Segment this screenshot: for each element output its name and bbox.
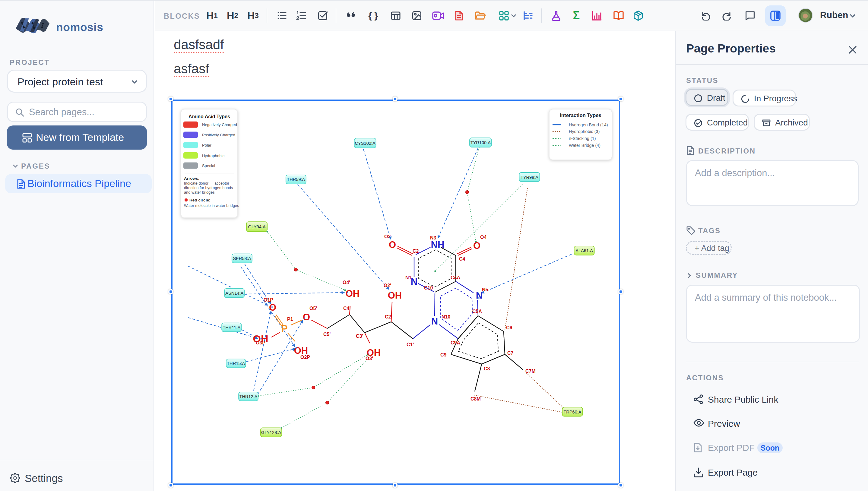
svg-text:O: O (303, 312, 310, 322)
svg-text:C3': C3' (356, 334, 363, 339)
svg-text:Hydrogen Bond (14): Hydrogen Bond (14) (569, 122, 608, 127)
svg-text:OH: OH (388, 290, 402, 301)
svg-text:Red circle:: Red circle: (190, 198, 210, 202)
svg-text:SER58:A: SER58:A (233, 256, 251, 261)
svg-text:C8: C8 (484, 366, 490, 371)
svg-text:THR15:A: THR15:A (227, 361, 245, 366)
svg-text:C4A: C4A (451, 275, 460, 280)
svg-text:C6: C6 (506, 325, 513, 330)
svg-text:C2: C2 (412, 249, 419, 254)
svg-text:Special: Special (202, 164, 215, 168)
svg-text:and water bridges: and water bridges (184, 190, 215, 195)
svg-text:Interaction Types: Interaction Types (560, 113, 601, 118)
svg-text:O1P: O1P (264, 297, 273, 302)
svg-text:C7: C7 (507, 350, 514, 355)
svg-text:C9A: C9A (451, 340, 460, 345)
svg-text:TYR98:A: TYR98:A (521, 175, 538, 180)
svg-text:TYR100:A: TYR100:A (470, 140, 491, 145)
svg-text:P: P (281, 323, 287, 334)
svg-text:C1': C1' (407, 342, 414, 347)
svg-text:C7M: C7M (525, 369, 536, 374)
svg-text:Positively Charged: Positively Charged (202, 133, 235, 137)
svg-text:direction for hydrogen bonds: direction for hydrogen bonds (184, 185, 233, 190)
svg-text:Hydrophobic: Hydrophobic (202, 153, 224, 158)
svg-text:TRP60:A: TRP60:A (563, 410, 581, 414)
svg-text:N3: N3 (430, 235, 436, 240)
svg-text:C10: C10 (424, 285, 433, 290)
svg-text:Indicate donor → acceptor: Indicate donor → acceptor (184, 181, 230, 185)
svg-text:Negatively Charged: Negatively Charged (202, 122, 237, 127)
svg-text:C5': C5' (323, 332, 330, 337)
svg-text:GLY94:A: GLY94:A (248, 224, 266, 229)
svg-text:OH: OH (346, 288, 360, 299)
svg-text:O3': O3' (366, 356, 373, 361)
svg-text:n-Stacking (1): n-Stacking (1) (569, 136, 596, 141)
svg-text:Polar: Polar (202, 143, 211, 147)
svg-text:GLY128:A: GLY128:A (261, 430, 281, 435)
svg-text:O: O (389, 239, 396, 250)
svg-text:P1: P1 (287, 317, 293, 322)
svg-text:NH: NH (431, 239, 444, 250)
svg-text:THR12:A: THR12:A (239, 394, 258, 399)
svg-text:ASN14:A: ASN14:A (225, 291, 243, 295)
svg-text:N1: N1 (405, 275, 412, 280)
svg-text:Water molecule in water bridge: Water molecule in water bridges (184, 203, 239, 208)
svg-text:O5': O5' (310, 306, 317, 311)
svg-text:N5: N5 (482, 287, 488, 292)
svg-text:ALA61:A: ALA61:A (575, 248, 593, 253)
svg-text:O2: O2 (384, 234, 390, 239)
svg-text:N10: N10 (441, 314, 450, 319)
svg-text:Hydrophobic (3): Hydrophobic (3) (569, 129, 600, 134)
svg-text:C4': C4' (343, 306, 350, 311)
svg-text:THR59:A: THR59:A (287, 177, 305, 182)
svg-text:O3P: O3P (256, 340, 265, 345)
svg-text:C8M: C8M (470, 396, 481, 401)
svg-text:C9: C9 (440, 352, 447, 357)
svg-text:THR11:A: THR11:A (223, 325, 240, 330)
svg-text:CYS102:A: CYS102:A (355, 141, 375, 146)
svg-text:O: O (269, 302, 276, 313)
svg-text:N: N (476, 290, 483, 301)
svg-text:N: N (431, 316, 438, 327)
svg-text:O2': O2' (384, 283, 391, 288)
svg-text:O: O (473, 240, 481, 251)
svg-text:Arrows:: Arrows: (184, 176, 199, 181)
svg-text:C5A: C5A (472, 309, 482, 314)
svg-text:O4: O4 (480, 235, 487, 240)
svg-text:C2': C2' (385, 314, 392, 319)
svg-text:Water Bridge (4): Water Bridge (4) (569, 143, 601, 148)
svg-text:C4: C4 (459, 256, 465, 261)
svg-text:O2P: O2P (300, 355, 310, 360)
svg-text:N: N (411, 276, 417, 287)
svg-text:Amino Acid Types: Amino Acid Types (189, 114, 230, 119)
svg-text:O4': O4' (343, 280, 350, 285)
